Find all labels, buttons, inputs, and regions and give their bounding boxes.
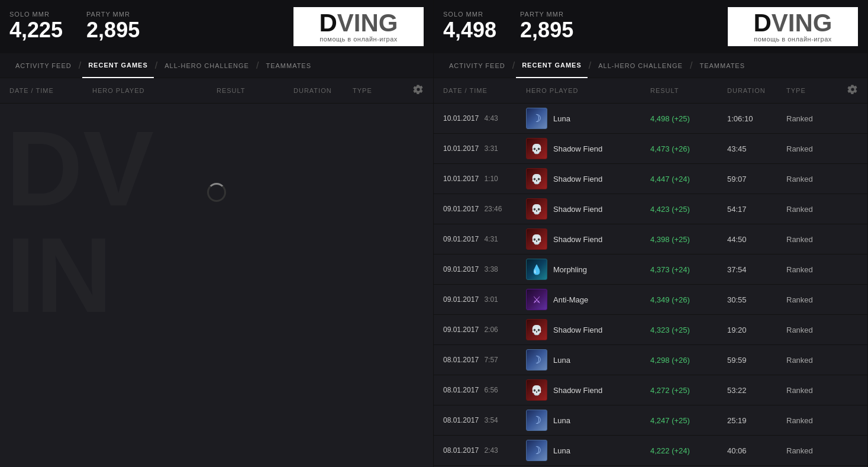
cell-hero: Shadow Fiend [526, 319, 650, 340]
cell-date: 10.01.2017 [443, 114, 479, 123]
left-nav-teammates[interactable]: TEAMMATES [260, 53, 317, 78]
cell-time: 3:01 [484, 295, 498, 304]
hero-name: Anti-Mage [553, 295, 588, 304]
right-dving-text: D VING [753, 11, 832, 36]
cell-result: 4,272 (+25) [650, 386, 727, 395]
hero-avatar [526, 259, 547, 280]
left-col-datetime: DATE / TIME [9, 87, 92, 94]
cell-result: 4,298 (+26) [650, 356, 727, 365]
hero-name: Luna [553, 356, 570, 365]
cell-date: 08.01.2017 [443, 416, 479, 424]
cell-type: Ranked [786, 205, 834, 214]
cell-date: 08.01.2017 [443, 386, 479, 394]
cell-type: Ranked [786, 446, 834, 455]
right-nav-teammates[interactable]: TEAMMATES [693, 53, 751, 78]
right-dving-sub: помощь в онлайн-играх [754, 36, 832, 43]
cell-date: 08.01.2017 [443, 356, 479, 364]
cell-datetime: 10.01.2017 1:10 [443, 175, 526, 183]
table-row[interactable]: 10.01.2017 1:10 Shadow Fiend 4,447 (+24)… [434, 164, 867, 194]
right-col-duration: DURATION [727, 87, 786, 94]
hero-avatar [526, 379, 547, 401]
hero-avatar [526, 198, 547, 220]
hero-avatar [526, 228, 547, 250]
right-solo-mmr-block: SOLO MMR 4,498 [443, 11, 496, 43]
right-party-mmr-label: PARTY MMR [520, 11, 573, 18]
cell-time: 4:43 [484, 114, 498, 123]
cell-time: 2:43 [484, 446, 498, 455]
table-row[interactable]: 08.01.2017 3:54 Luna 4,247 (+25) 25:19 R… [434, 405, 867, 436]
cell-result: 4,498 (+25) [650, 114, 727, 123]
cell-datetime: 09.01.2017 4:31 [443, 235, 526, 243]
cell-date: 10.01.2017 [443, 144, 479, 153]
cell-type: Ranked [786, 265, 834, 274]
left-panel-body: DV IN [0, 104, 433, 467]
right-nav-activity[interactable]: ACTIVITY FEED [443, 53, 511, 78]
right-table-body: 10.01.2017 4:43 Luna 4,498 (+25) 1:06:10… [434, 104, 867, 467]
table-row[interactable]: 09.01.2017 3:01 Anti-Mage 4,349 (+26) 30… [434, 285, 867, 315]
right-col-datetime: DATE / TIME [443, 87, 526, 94]
hero-name: Shadow Fiend [553, 235, 602, 244]
cell-result: 4,247 (+25) [650, 416, 727, 425]
cell-duration: 40:06 [727, 446, 786, 455]
cell-date: 09.01.2017 [443, 205, 479, 213]
cell-duration: 1:06:10 [727, 114, 786, 123]
cell-hero: Luna [526, 410, 650, 431]
left-solo-mmr-value: 4,225 [9, 18, 63, 43]
right-nav-allhero[interactable]: ALL-HERO CHALLENGE [592, 53, 689, 78]
cell-duration: 53:22 [727, 386, 786, 395]
left-dving-d: D [319, 11, 337, 36]
hero-avatar [526, 440, 547, 461]
right-dving-d: D [753, 11, 771, 36]
loading-spinner-area [0, 104, 433, 281]
table-row[interactable]: 09.01.2017 2:06 Shadow Fiend 4,323 (+25)… [434, 315, 867, 345]
left-party-mmr-value: 2,895 [86, 18, 140, 43]
right-nav-recent[interactable]: RECENT GAMES [516, 53, 588, 78]
left-col-hero: HERO PLAYED [92, 87, 217, 94]
cell-date: 10.01.2017 [443, 175, 479, 183]
left-nav-activity[interactable]: ACTIVITY FEED [9, 53, 78, 78]
hero-avatar [526, 289, 547, 310]
cell-datetime: 10.01.2017 3:31 [443, 144, 526, 153]
hero-name: Shadow Fiend [553, 326, 602, 334]
cell-result: 4,423 (+25) [650, 205, 727, 214]
cell-result: 4,473 (+26) [650, 144, 727, 153]
cell-duration: 59:59 [727, 356, 786, 365]
hero-avatar [526, 168, 547, 189]
cell-duration: 59:07 [727, 175, 786, 183]
cell-type: Ranked [786, 295, 834, 304]
cell-hero: Anti-Mage [526, 289, 650, 310]
cell-datetime: 09.01.2017 3:38 [443, 265, 526, 273]
table-row[interactable]: 10.01.2017 4:43 Luna 4,498 (+25) 1:06:10… [434, 104, 867, 134]
cell-duration: 54:17 [727, 205, 786, 214]
cell-date: 09.01.2017 [443, 295, 479, 304]
cell-time: 3:31 [484, 144, 498, 153]
left-dving-text: D VING [319, 11, 398, 36]
cell-result: 4,398 (+25) [650, 235, 727, 244]
right-settings-icon[interactable] [847, 84, 858, 97]
cell-hero: Luna [526, 349, 650, 371]
table-row[interactable]: 09.01.2017 4:31 Shadow Fiend 4,398 (+25)… [434, 224, 867, 255]
hero-avatar [526, 108, 547, 129]
cell-result: 4,323 (+25) [650, 326, 727, 334]
left-nav-recent[interactable]: RECENT GAMES [82, 53, 154, 78]
cell-date: 09.01.2017 [443, 326, 479, 334]
right-table-header: DATE / TIME HERO PLAYED RESULT DURATION … [434, 78, 867, 104]
table-row[interactable]: 08.01.2017 2:43 Luna 4,222 (+24) 40:06 R… [434, 436, 867, 466]
hero-name: Luna [553, 416, 570, 425]
cell-time: 4:31 [484, 235, 498, 243]
table-row[interactable]: 10.01.2017 3:31 Shadow Fiend 4,473 (+26)… [434, 134, 867, 164]
cell-duration: 44:50 [727, 235, 786, 244]
table-row[interactable]: 08.01.2017 6:56 Shadow Fiend 4,272 (+25)… [434, 375, 867, 405]
cell-datetime: 08.01.2017 3:54 [443, 416, 526, 424]
left-nav-allhero[interactable]: ALL-HERO CHALLENGE [159, 53, 255, 78]
table-row[interactable]: 08.01.2017 7:57 Luna 4,298 (+26) 59:59 R… [434, 345, 867, 375]
right-solo-mmr-label: SOLO MMR [443, 11, 496, 18]
left-party-mmr-block: PARTY MMR 2,895 [86, 11, 140, 43]
left-nav-bar: ACTIVITY FEED / RECENT GAMES / ALL-HERO … [0, 53, 433, 78]
table-row[interactable]: 09.01.2017 23:46 Shadow Fiend 4,423 (+25… [434, 194, 867, 224]
left-settings-icon[interactable] [413, 84, 424, 97]
left-col-type: TYPE [353, 87, 400, 94]
cell-hero: Shadow Fiend [526, 168, 650, 189]
cell-type: Ranked [786, 386, 834, 395]
table-row[interactable]: 09.01.2017 3:38 Morphling 4,373 (+24) 37… [434, 255, 867, 285]
